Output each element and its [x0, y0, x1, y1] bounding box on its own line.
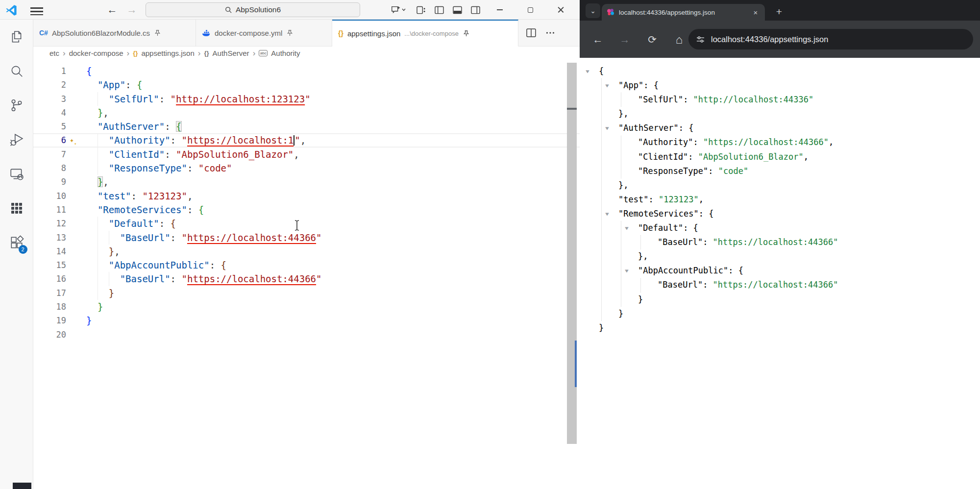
json-token: :	[648, 195, 658, 204]
close-button[interactable]	[545, 0, 576, 20]
code-text: },	[86, 176, 109, 187]
code-line[interactable]: 19}	[33, 314, 580, 327]
json-token: }	[638, 294, 643, 304]
code-text: "RemoteServices": {	[86, 204, 204, 215]
browser-reload-icon[interactable]: ⟳	[645, 32, 660, 47]
site-settings-icon[interactable]	[696, 35, 705, 44]
json-row: "ClientId": "AbpSolution6_Blazor",	[580, 150, 980, 164]
code-token: {	[176, 121, 181, 132]
code-line[interactable]: 11 "RemoteServices": {	[33, 203, 580, 217]
tab-appsettings-json[interactable]: {} appsettings.json ...\docker-compose	[332, 20, 518, 47]
tab-search-chevron-icon[interactable]: ⌄	[586, 3, 600, 18]
pin-icon[interactable]	[286, 29, 294, 37]
address-bar[interactable]: localhost:44336/appsettings.json	[688, 29, 973, 49]
json-token: "ClientId"	[638, 152, 688, 162]
code-line[interactable]: 15 "AbpAccountPublic": {	[33, 258, 580, 272]
forward-arrow-icon[interactable]: →	[124, 2, 139, 17]
line-number: 8	[33, 161, 66, 175]
sidebar-item-extensions[interactable]: 2	[0, 225, 33, 260]
code-token: "ResponseType"	[109, 163, 187, 173]
code-line[interactable]: 2 "App": {	[33, 78, 580, 92]
tab-description: ...\docker-compose	[404, 30, 459, 37]
code-token: "test"	[98, 191, 131, 201]
breadcrumb-item-authority[interactable]: Authority	[271, 49, 300, 57]
tab-abpsolution6blazormodule[interactable]: C# AbpSolution6BlazorModule.cs	[33, 20, 196, 46]
json-row: },	[580, 249, 980, 264]
browser-back-icon[interactable]: ←	[590, 32, 605, 47]
code-line[interactable]: 6✦✦ "Authority": "https://localhost:1",	[33, 133, 580, 147]
minimize-button[interactable]	[485, 0, 515, 20]
back-arrow-icon[interactable]: ←	[105, 2, 120, 17]
browser-home-icon[interactable]: ⌂	[672, 32, 686, 47]
copilot-icon[interactable]	[385, 0, 412, 20]
code-line[interactable]: 4 },	[33, 106, 580, 120]
sidebar-item-apps-grid[interactable]	[0, 191, 33, 225]
json-row: "ResponseType": "code"	[580, 164, 980, 178]
line-number: 19	[33, 314, 66, 327]
breadcrumb-item-etc[interactable]: etc	[49, 49, 59, 57]
sidebar-item-remote-explorer[interactable]	[0, 157, 33, 191]
code-editor[interactable]: 1{2 "App": {3 "SelfUrl": "http://localho…	[33, 60, 580, 489]
json-token: :	[703, 280, 712, 290]
menu-icon[interactable]	[30, 5, 43, 14]
new-tab-icon[interactable]: +	[772, 4, 786, 19]
toggle-secondary-sidebar-icon[interactable]	[466, 0, 485, 20]
json-token: : {	[683, 223, 698, 233]
code-text: "BaseUrl": "https://localhost:44366"	[86, 232, 322, 243]
code-line[interactable]: 13 "BaseUrl": "https://localhost:44366"	[33, 231, 580, 244]
collapse-triangle-icon[interactable]: ▼	[586, 64, 589, 78]
code-line[interactable]: 16 "BaseUrl": "https://localhost:44366"	[33, 272, 580, 286]
maximize-button[interactable]	[515, 0, 545, 20]
split-editor-icon[interactable]	[526, 28, 536, 37]
tab-close-icon[interactable]: ×	[751, 8, 760, 17]
customize-layout-icon[interactable]	[412, 0, 430, 20]
indent-guide	[98, 258, 98, 272]
toggle-primary-sidebar-icon[interactable]	[430, 0, 448, 20]
breadcrumb-item-docker-compose[interactable]: docker-compose	[69, 49, 123, 57]
code-line[interactable]: 7 "ClientId": "AbpSolution6_Blazor",	[33, 147, 580, 161]
line-number: 4	[33, 106, 66, 120]
json-token: },	[618, 109, 628, 119]
pin-icon[interactable]	[154, 29, 161, 37]
sidebar-item-explorer[interactable]	[0, 20, 33, 54]
breadcrumb-item-appsettings[interactable]: appsettings.json	[141, 49, 194, 57]
code-line[interactable]: 5 "AuthServer": {	[33, 120, 580, 133]
tab-docker-compose-yml[interactable]: docker-compose.yml	[196, 20, 332, 46]
tree-indent-guide	[621, 136, 621, 178]
collapse-triangle-icon[interactable]: ▼	[625, 264, 629, 278]
toggle-panel-icon[interactable]	[448, 0, 466, 20]
code-line[interactable]: 20	[33, 328, 580, 342]
code-text: "AbpAccountPublic": {	[86, 260, 226, 270]
pin-icon[interactable]	[463, 30, 470, 37]
code-token: "	[181, 273, 187, 284]
code-line[interactable]: 3 "SelfUrl": "http://localhost:123123"	[33, 92, 580, 106]
line-number: 20	[33, 328, 66, 342]
copilot-sparkle-icon[interactable]: ✦✦	[70, 133, 74, 147]
code-line[interactable]: 12 "Default": {	[33, 217, 580, 230]
code-line[interactable]: 8 "ResponseType": "code"	[33, 161, 580, 175]
code-line[interactable]: 10 "test": "123123",	[33, 189, 580, 203]
code-line[interactable]: 18 }	[33, 300, 580, 314]
sidebar-item-source-control[interactable]	[0, 88, 33, 122]
sidebar-item-search[interactable]	[0, 54, 33, 88]
symbol-string-icon: abc	[259, 50, 268, 56]
sidebar-item-run-debug[interactable]	[0, 122, 33, 157]
collapse-triangle-icon[interactable]: ▼	[605, 78, 609, 93]
collapse-triangle-icon[interactable]: ▼	[625, 221, 629, 235]
json-token: :	[708, 166, 718, 176]
browser-tab[interactable]: localhost:44336/appsettings.json ×	[602, 4, 765, 21]
collapse-triangle-icon[interactable]: ▼	[605, 121, 609, 135]
code-line[interactable]: 17 }	[33, 286, 580, 300]
code-line[interactable]: 9 },	[33, 175, 580, 189]
code-line[interactable]: 1{	[33, 64, 580, 78]
browser-forward-icon[interactable]: →	[617, 32, 632, 47]
code-line[interactable]: 14 },	[33, 244, 580, 258]
json-token: "123123"	[659, 195, 699, 204]
code-token: :	[165, 149, 176, 160]
json-token: :	[693, 137, 703, 147]
command-center-search[interactable]: AbpSolution6	[146, 2, 360, 17]
breadcrumb-item-authserver[interactable]: AuthServer	[213, 49, 249, 57]
code-token: "Authority"	[109, 135, 171, 146]
more-actions-icon[interactable]	[546, 31, 555, 34]
collapse-triangle-icon[interactable]: ▼	[605, 207, 609, 221]
